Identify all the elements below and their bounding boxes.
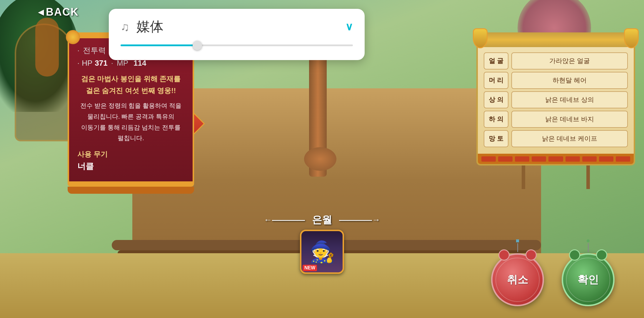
panel-corner-tl — [66, 30, 80, 44]
portrait-figure: 🧙 — [309, 240, 335, 264]
back-chevron-icon: ◂ — [38, 6, 44, 18]
pat3 — [515, 156, 529, 162]
slot-4: 망 토 — [484, 130, 508, 147]
volume-slider[interactable] — [121, 41, 353, 49]
hanger-line1 — [517, 243, 518, 252]
slot-2: 상 의 — [484, 91, 508, 108]
panel-ornament-tl — [473, 28, 488, 48]
pat5 — [548, 156, 563, 162]
pat7 — [582, 156, 597, 162]
hp-value: 371 — [95, 59, 107, 68]
char-name-plate: ←———— 은월 ————→ — [264, 213, 380, 227]
equip-row-0: 얼 굴 가라앉은 얼굴 — [484, 52, 628, 69]
weapon-label: 사용 무기 — [77, 150, 184, 159]
back-label: BACK — [46, 6, 79, 18]
equip-row-2: 상 의 낡은 데네브 상의 — [484, 91, 628, 108]
media-left: ♫ 媒体 — [121, 18, 163, 36]
equip-row-4: 망 토 낡은 데네브 케이프 — [484, 130, 628, 147]
combat-label: 전투력 — [83, 45, 106, 56]
detail-line4: 펼칩니다. — [77, 133, 184, 144]
bead1 — [516, 239, 519, 242]
pat1 — [481, 156, 496, 162]
cancel-ear-left — [498, 249, 510, 261]
hp-label: HP — [82, 59, 92, 68]
panel-bottom-bar — [68, 181, 194, 187]
panel-main-body: 얼 굴 가라앉은 얼굴 머 리 하현달 헤어 상 의 낡은 데네브 상의 하 의… — [476, 47, 635, 154]
slot-0: 얼 굴 — [484, 52, 508, 69]
panel-bottom-decor — [68, 187, 194, 194]
item-0[interactable]: 가라앉은 얼굴 — [511, 52, 628, 69]
media-chevron-down-icon[interactable]: ∨ — [345, 21, 353, 33]
slider-fill — [121, 44, 197, 46]
confirm-ear-right — [596, 249, 607, 261]
new-badge: NEW — [303, 265, 317, 271]
dot1: · — [77, 59, 79, 68]
item-1[interactable]: 하현달 헤어 — [511, 72, 628, 89]
detail-line2: 물리칩니다. 빠른 공격과 특유의 — [77, 111, 184, 122]
pat6 — [565, 156, 580, 162]
portrait-inner: 🧙 NEW — [301, 231, 343, 272]
pole-right — [586, 165, 590, 189]
desc-line2: 걸은 숨겨진 여섯 번째 영웅!! — [77, 85, 184, 97]
equip-row-3: 하 의 낡은 데네브 바지 — [484, 111, 628, 128]
panel-bottom-pattern — [476, 154, 635, 165]
hanging-poles — [476, 165, 635, 189]
char-name: 은월 — [312, 213, 332, 227]
confirm-inner-ring — [566, 258, 610, 302]
media-title: 媒体 — [136, 18, 163, 36]
char-description: 검은 마법사 봉인을 위해 존재를 걸은 숨겨진 여섯 번째 영웅!! — [77, 73, 184, 96]
equip-row-1: 머 리 하현달 헤어 — [484, 72, 628, 89]
confirm-button[interactable]: 확인 — [562, 253, 615, 306]
hanger-line2 — [588, 243, 589, 252]
char-detail: 전수 받은 정령의 힘을 활용하여 적을 물리칩니다. 빠른 공격과 특유의 이… — [77, 100, 184, 144]
equip-panel: 얼 굴 가라앉은 얼굴 머 리 하현달 헤어 상 의 낡은 데네브 상의 하 의… — [476, 32, 635, 189]
cancel-btn-container: 취소 — [491, 239, 544, 306]
pat4 — [532, 156, 546, 162]
weapon-name: 너클 — [77, 161, 184, 172]
cancel-hanger — [516, 239, 519, 252]
item-4[interactable]: 낡은 데네브 케이프 — [511, 130, 628, 147]
pole-scroll — [304, 147, 336, 171]
dot2: · — [111, 59, 113, 68]
left-spiral — [35, 18, 59, 77]
action-buttons: 취소 확인 — [491, 239, 615, 306]
confirm-hanger — [587, 239, 590, 252]
cancel-inner-ring — [495, 258, 540, 302]
detail-line3: 이동기를 통해 리듬감 넘치는 전투를 — [77, 122, 184, 133]
media-volume-card: ♫ 媒体 ∨ — [109, 9, 365, 60]
detail-line1: 전수 받은 정령의 힘을 활용하여 적을 — [77, 100, 184, 111]
slot-3: 하 의 — [484, 111, 508, 128]
pat2 — [498, 156, 513, 162]
arrow-left-icon[interactable]: ←———— — [264, 215, 305, 225]
slider-thumb[interactable] — [193, 41, 202, 50]
music-icon: ♫ — [121, 20, 129, 34]
panel-top-bar-right — [476, 32, 635, 47]
confirm-ear-left — [569, 249, 580, 261]
cancel-button[interactable]: 취소 — [491, 253, 544, 306]
item-3[interactable]: 낡은 데네브 바지 — [511, 111, 628, 128]
dot-left: · — [77, 46, 79, 55]
char-portrait[interactable]: 🧙 NEW — [300, 230, 344, 274]
pat9 — [616, 156, 630, 162]
slider-track — [121, 44, 353, 46]
slot-1: 머 리 — [484, 72, 508, 89]
pat8 — [599, 156, 613, 162]
panel-ornament-tr — [624, 28, 639, 48]
cancel-ear-right — [525, 249, 537, 261]
bead2 — [587, 239, 590, 242]
back-button[interactable]: ◂ BACK — [38, 6, 79, 18]
pole-left — [522, 165, 525, 189]
panel-top-section — [476, 32, 635, 47]
confirm-btn-container: 확인 — [562, 239, 615, 306]
arrow-right-icon[interactable]: ————→ — [339, 215, 380, 225]
media-header: ♫ 媒体 ∨ — [121, 18, 353, 36]
desc-line1: 검은 마법사 봉인을 위해 존재를 — [77, 73, 184, 85]
item-2[interactable]: 낡은 데네브 상의 — [511, 91, 628, 108]
